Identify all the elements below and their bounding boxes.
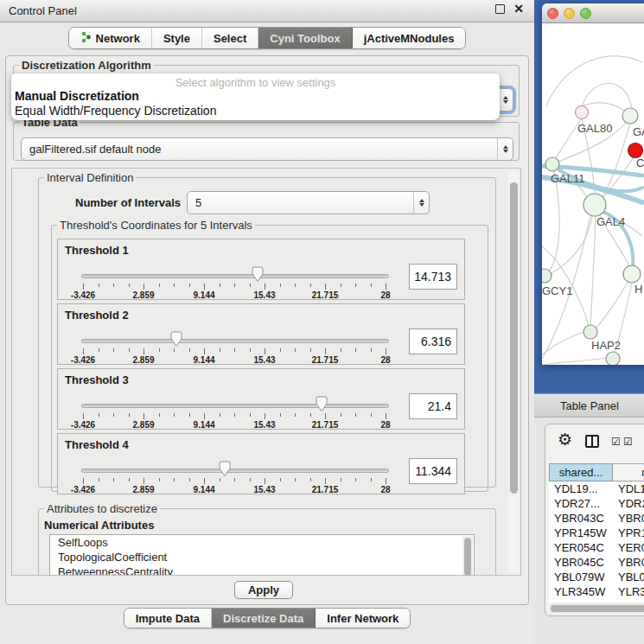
slider-thumb[interactable] (218, 461, 232, 481)
table-row[interactable]: YIL052CYIL0 (549, 599, 644, 603)
right-mid-node[interactable] (623, 265, 641, 283)
slider-tick (113, 348, 114, 352)
slider-track[interactable] (81, 274, 389, 278)
slider-thumb[interactable] (169, 331, 183, 351)
num-intervals-combobox[interactable]: 5 (187, 191, 430, 214)
slider-track[interactable] (81, 469, 389, 473)
tab-network[interactable]: Network (69, 28, 152, 48)
bottom-node[interactable] (606, 352, 620, 365)
combo-stepper-icon[interactable] (497, 138, 513, 160)
tab-infer-network[interactable]: Infer Network (316, 609, 410, 628)
top-right-node[interactable] (622, 108, 638, 124)
slider-thumb[interactable] (251, 266, 265, 286)
tab-style[interactable]: Style (152, 28, 202, 48)
table-row[interactable]: YBL079WYBL0 (549, 570, 644, 584)
minimize-traffic-light-icon[interactable] (564, 8, 575, 19)
network-edge[interactable] (546, 56, 642, 105)
table-cell: YBR0 (613, 555, 644, 570)
gear-icon[interactable]: ⚙ (558, 431, 572, 449)
table-data-combobox[interactable]: galFiltered.sif default node (21, 137, 513, 161)
slider-thumb[interactable] (315, 396, 328, 416)
slider-track[interactable] (81, 404, 389, 408)
network-view-window[interactable]: GAL80GACGAL11GAL4GCY1HHAP2 (542, 3, 644, 365)
attribute-list-item[interactable]: SelfLoops (50, 535, 474, 550)
tab-label: Network (96, 32, 140, 45)
list-scrollbar[interactable] (462, 536, 473, 576)
slider-tick (220, 284, 220, 287)
slider-tick-label: 28 (361, 420, 410, 430)
table-panel-header: Table Panel (534, 393, 644, 418)
slider-tick (113, 413, 114, 417)
table-row[interactable]: YLR345WYLR3 (549, 584, 644, 599)
slider-tick (371, 413, 372, 417)
slider-tick (174, 284, 175, 287)
dropdown-option[interactable]: Equal Width/Frequency Discretization (11, 104, 500, 118)
table-row[interactable]: YPR145WYPR1 (549, 526, 644, 540)
slider-tick-label: 2.859 (119, 355, 168, 365)
threshold-value-field[interactable]: 21.4 (409, 393, 457, 419)
slider-tick (234, 348, 235, 352)
float-window-icon[interactable] (495, 4, 505, 14)
threshold-row: Threshold 1-3.4262.8599.14415.4321.71528… (57, 239, 465, 300)
attribute-list-item[interactable]: BetweennessCentrality (50, 564, 474, 576)
table-row[interactable]: YDR27...YDR2 (549, 496, 644, 511)
attribute-list-item[interactable]: TopologicalCoefficient (50, 550, 474, 564)
slider-tick (265, 284, 265, 290)
slider-tick (341, 348, 341, 352)
close-icon[interactable]: ✕ (513, 4, 524, 14)
table-cell: YPR145W (549, 526, 613, 540)
table-horizontal-scrollbar[interactable] (549, 603, 644, 613)
table-row[interactable]: YBR043CYBR0 (549, 511, 644, 526)
table-row[interactable]: YDL19...YDL1 (549, 481, 644, 496)
table-cell: YDR27... (549, 496, 613, 511)
threshold-label: Threshold 3 (65, 373, 129, 386)
split-column-icon[interactable] (585, 435, 599, 448)
network-edge[interactable] (590, 216, 596, 326)
slider-tick (99, 348, 99, 352)
checkbox-icon[interactable]: ☑ (611, 436, 621, 448)
red-node[interactable] (628, 143, 643, 158)
table-row[interactable]: YER054CYER0 (549, 540, 644, 555)
network-canvas[interactable]: GAL80GACGAL11GAL4GCY1HHAP2 (542, 23, 644, 365)
GAL11-node[interactable] (545, 157, 559, 171)
column-header-1[interactable]: shared... (549, 463, 613, 481)
slider-tick (220, 348, 220, 352)
slider-tick (113, 284, 114, 287)
tab-label: Discretize Data (223, 612, 303, 625)
table-row[interactable]: YBR045CYBR0 (549, 555, 644, 570)
threshold-value-field[interactable]: 14.713 (409, 264, 457, 290)
apply-button[interactable]: Apply (234, 581, 293, 599)
tab-select[interactable]: Select (202, 28, 258, 48)
slider-tick (265, 478, 265, 484)
GCY1-node[interactable] (542, 269, 552, 283)
tab-cyni-toolbox[interactable]: Cyni Toolbox (258, 28, 352, 48)
network-edge[interactable] (542, 358, 608, 365)
zoom-traffic-light-icon[interactable] (580, 8, 591, 19)
GAL4-node[interactable] (583, 194, 606, 216)
combo-stepper-icon[interactable] (413, 192, 429, 214)
column-header-2[interactable]: na (613, 463, 644, 481)
tab-discretize-data[interactable]: Discretize Data (212, 609, 316, 628)
tab-jactivemnodules[interactable]: jActiveMNodules (353, 28, 466, 48)
threshold-value-field[interactable]: 6.316 (409, 328, 457, 354)
slider-track[interactable] (81, 339, 389, 343)
table-cell: YBL079W (549, 570, 613, 584)
tab-impute-data[interactable]: Impute Data (124, 609, 212, 628)
close-traffic-light-icon[interactable] (547, 8, 558, 19)
settings-scrollbar[interactable] (508, 170, 519, 573)
slider-tick (204, 284, 205, 290)
dropdown-hint: Select algorithm to view settings (11, 73, 500, 89)
GAL80-node[interactable] (576, 106, 589, 119)
threshold-value-field[interactable]: 11.344 (409, 458, 457, 484)
slider-tick (386, 284, 386, 290)
HAP2-node[interactable] (583, 325, 597, 339)
slider-tick-label: 9.144 (180, 355, 228, 365)
slider-tick (295, 348, 296, 352)
slider-tick (295, 413, 296, 417)
slider-tick-label: 2.859 (119, 485, 168, 494)
slider-tick-label: 15.43 (240, 420, 289, 430)
checkbox-icon[interactable]: ☑ (623, 436, 633, 448)
network-edge[interactable] (542, 332, 584, 354)
dropdown-option[interactable]: Manual Discretization (11, 89, 500, 104)
numerical-attributes-list[interactable]: SelfLoopsTopologicalCoefficientBetweenne… (49, 534, 475, 576)
